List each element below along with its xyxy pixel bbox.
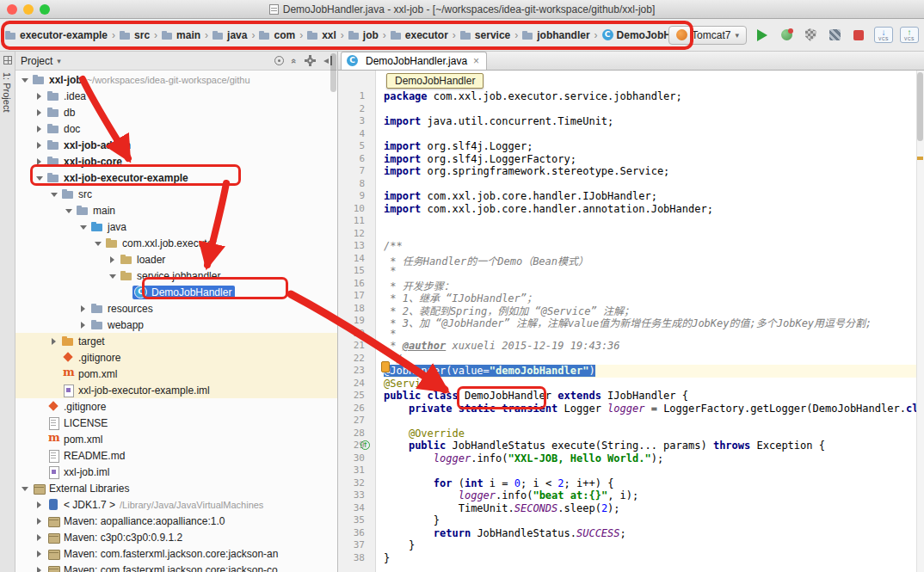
expand-arrow-icon[interactable] xyxy=(77,322,89,329)
code-line-27[interactable] xyxy=(384,415,924,427)
code-line-2[interactable] xyxy=(384,103,924,116)
tree-item-service-jobhandler[interactable]: service.jobhandler xyxy=(15,268,337,284)
tree-scrollbar[interactable] xyxy=(330,53,336,92)
tree-item-gitignore[interactable]: .gitignore xyxy=(15,398,337,415)
tree-item-maven-aopalliance-aopalliance-1-0[interactable]: Maven: aopalliance:aopalliance:1.0 xyxy=(15,513,337,529)
project-panel-title[interactable]: Project xyxy=(21,55,52,67)
line-number-2[interactable]: 2 xyxy=(338,103,375,116)
tree-item-license[interactable]: LICENSE xyxy=(15,415,337,431)
line-number-20[interactable]: 20 xyxy=(338,328,375,341)
breadcrumb-demojobhandler[interactable]: CDemoJobHandler xyxy=(601,28,669,43)
line-number-4[interactable]: 4 xyxy=(338,128,375,141)
tree-item-db[interactable]: db xyxy=(15,104,337,120)
tree-item-resources[interactable]: resources xyxy=(15,300,337,317)
tree-item-maven-com-fasterxml-jackson-core-jackson-co[interactable]: Maven: com.fasterxml.jackson.core:jackso… xyxy=(15,562,337,572)
code-line-22[interactable]: */ xyxy=(384,353,924,366)
code-line-7[interactable]: import org.springframework.stereotype.Se… xyxy=(384,165,924,178)
line-number-37[interactable]: 37 xyxy=(338,539,375,552)
editor-scrollbar-thumb[interactable] xyxy=(917,72,923,141)
expand-arrow-icon[interactable] xyxy=(34,126,45,132)
override-method-icon[interactable]: ↑ xyxy=(360,440,370,450)
line-number-11[interactable]: 11 xyxy=(338,215,375,228)
line-number-18[interactable]: 18 xyxy=(338,303,375,316)
expand-arrow-icon[interactable] xyxy=(34,518,45,525)
expand-arrow-icon[interactable] xyxy=(34,534,45,541)
code-line-34[interactable]: TimeUnit.SECONDS.sleep(2); xyxy=(384,502,924,515)
code-line-18[interactable]: * 2、装配到Spring，例如加 “@Service” 注解； xyxy=(384,303,924,316)
run-button[interactable] xyxy=(754,27,771,44)
line-number-9[interactable]: 9 xyxy=(338,190,375,203)
settings-gear-icon[interactable] xyxy=(305,55,316,66)
code-line-36[interactable]: return JobHandleStatus.SUCCESS; xyxy=(384,527,924,540)
tree-item-demojobhandler[interactable]: DemoJobHandler xyxy=(15,284,337,300)
debug-button[interactable] xyxy=(778,27,795,44)
breadcrumb-executor-example[interactable]: executor-example xyxy=(3,28,109,43)
line-number-1[interactable]: 1 xyxy=(338,90,375,103)
line-number-32[interactable]: 32 xyxy=(338,477,375,490)
code-line-16[interactable]: * 开发步骤： xyxy=(384,278,924,291)
code-line-13[interactable]: /** xyxy=(384,240,924,253)
tree-item-xxl-job-executor-example-iml[interactable]: xxl-job-executor-example.iml xyxy=(15,382,337,398)
expand-arrow-icon[interactable] xyxy=(77,305,89,312)
collapse-arrow-icon[interactable] xyxy=(48,191,59,197)
tree-item-doc[interactable]: doc xyxy=(15,120,337,137)
editor-scrollbar[interactable] xyxy=(916,71,924,572)
expand-arrow-icon[interactable] xyxy=(34,93,45,100)
line-number-36[interactable]: 36 xyxy=(338,527,375,540)
coverage-button[interactable] xyxy=(802,27,819,44)
expand-arrow-icon[interactable] xyxy=(34,567,45,572)
line-number-23[interactable]: 23 xyxy=(338,365,375,378)
code-line-19[interactable]: * 3、加 “@JobHander” 注解，注解value值为新增任务生成的Jo… xyxy=(384,315,924,328)
line-number-30[interactable]: 30 xyxy=(338,452,375,465)
line-number-26[interactable]: 26 xyxy=(338,403,375,415)
tree-item-gitignore[interactable]: .gitignore xyxy=(15,349,337,366)
close-tab-icon[interactable]: × xyxy=(471,55,479,67)
line-number-12[interactable]: 12 xyxy=(338,228,375,241)
collapse-arrow-icon[interactable] xyxy=(34,175,45,181)
line-number-35[interactable]: 35 xyxy=(338,514,375,527)
tree-item-com-xxl-job-executor[interactable]: com.xxl.job.executor xyxy=(15,235,337,251)
code-line-23[interactable]: @JobHander(value="demoJobHandler") xyxy=(384,365,924,378)
line-number-7[interactable]: 7 xyxy=(338,165,375,178)
collapse-arrow-icon[interactable] xyxy=(92,240,103,246)
project-tool-window-button[interactable]: 1: Project xyxy=(2,72,12,112)
breadcrumb-main[interactable]: main xyxy=(160,28,202,43)
tree-item-xxl-job-iml[interactable]: xxl-job.iml xyxy=(15,464,337,480)
code-line-17[interactable]: * 1、继承 “IJobHandler”； xyxy=(384,290,924,303)
breadcrumb-src[interactable]: src xyxy=(118,28,151,43)
code-line-35[interactable]: } xyxy=(384,514,924,527)
breadcrumb-java[interactable]: java xyxy=(211,28,249,43)
tool-windows-icon[interactable] xyxy=(3,56,12,65)
expand-arrow-icon[interactable] xyxy=(34,142,45,149)
line-number-8[interactable]: 8 xyxy=(338,178,375,191)
collapse-all-icon[interactable]: « xyxy=(289,58,299,63)
code-line-9[interactable]: import com.xxl.job.core.handler.IJobHand… xyxy=(384,190,924,203)
code-line-6[interactable]: import org.slf4j.LoggerFactory; xyxy=(384,153,924,166)
line-number-5[interactable]: 5 xyxy=(338,140,375,153)
tree-item-external-libraries[interactable]: External Libraries xyxy=(15,480,337,496)
line-number-19[interactable]: 19 xyxy=(338,315,375,328)
code-line-8[interactable] xyxy=(384,178,924,191)
tree-item-xxl-job-core[interactable]: xxl-job-core xyxy=(15,153,337,169)
code-line-28[interactable]: @Override xyxy=(384,427,924,440)
line-number-27[interactable]: 27 xyxy=(338,415,375,427)
code-line-32[interactable]: for (int i = 0; i < 2; i++) { xyxy=(384,477,924,490)
line-number-14[interactable]: 14 xyxy=(338,253,375,266)
code-line-12[interactable] xyxy=(384,228,924,241)
breadcrumb-com[interactable]: com xyxy=(257,28,297,43)
line-number-34[interactable]: 34 xyxy=(338,502,375,515)
code-line-25[interactable]: public class DemoJobHandler extends IJob… xyxy=(384,390,924,403)
tree-item-src[interactable]: src xyxy=(15,186,337,202)
run-configuration-select[interactable]: Tomcat7 ▾ xyxy=(668,26,747,45)
tree-item-readme-md[interactable]: README.md xyxy=(15,447,337,464)
breadcrumb-executor[interactable]: executor xyxy=(389,28,450,43)
tree-item-loader[interactable]: loader xyxy=(15,251,337,268)
tree-item-xxl-job-executor-example[interactable]: xxl-job-executor-example xyxy=(15,169,337,186)
tree-item-java[interactable]: java xyxy=(15,218,337,235)
code-line-37[interactable]: } xyxy=(384,539,924,552)
code-line-1[interactable]: package com.xxl.job.executor.service.job… xyxy=(384,90,924,103)
context-breadcrumb-chip[interactable]: DemoJobHandler xyxy=(386,73,484,89)
expand-arrow-icon[interactable] xyxy=(34,550,45,557)
line-number-38[interactable]: 38 xyxy=(338,552,375,565)
code-line-31[interactable] xyxy=(384,464,924,477)
